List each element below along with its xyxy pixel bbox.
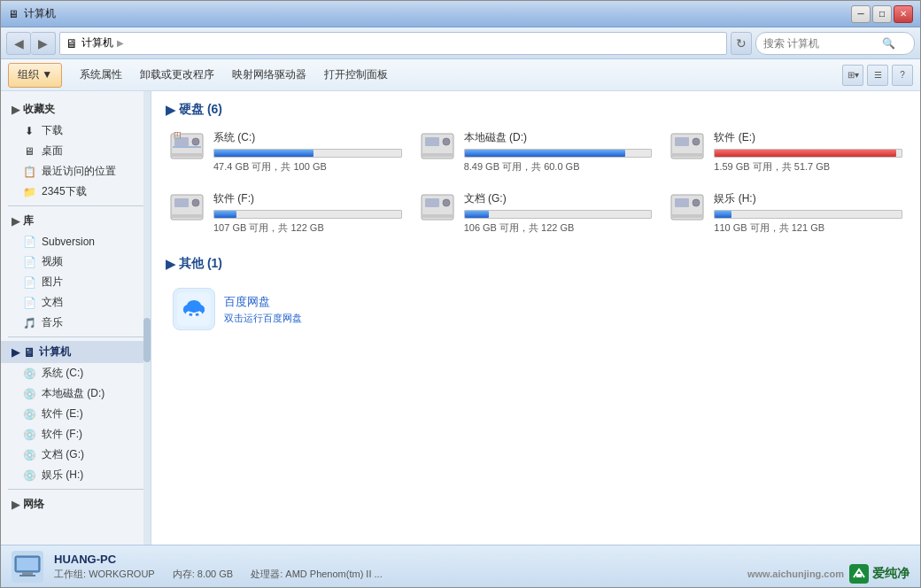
- drive-card-d[interactable]: 本地磁盘 (D:) 8.49 GB 可用，共 60.0 GB: [416, 127, 656, 177]
- memory-info: 内存: 8.00 GB: [173, 568, 233, 581]
- sidebar-item-documents[interactable]: 📄 文档: [1, 292, 151, 313]
- window-title-icon: 🖥: [8, 8, 19, 20]
- baidu-desc: 双击运行百度网盘: [224, 312, 302, 325]
- drive-card-f[interactable]: 软件 (F:) 107 GB 可用，共 122 GB: [166, 188, 406, 238]
- sidebar-item-subversion[interactable]: 📄 Subversion: [1, 232, 151, 251]
- sidebar-item-f[interactable]: 💿 软件 (F:): [1, 424, 151, 445]
- drive-space-h: 110 GB 可用，共 121 GB: [714, 221, 902, 235]
- sidebar-network-header[interactable]: ▶ 网络: [1, 493, 151, 515]
- refresh-button[interactable]: ↻: [731, 32, 752, 55]
- sidebar-item-h[interactable]: 💿 娱乐 (H:): [1, 465, 151, 485]
- folder-2345-icon: 📁: [22, 185, 36, 199]
- map-drive-button[interactable]: 映射网络驱动器: [232, 64, 306, 86]
- sidebar-item-recent[interactable]: 📋 最近访问的位置: [1, 161, 151, 182]
- workgroup-info: 工作组: WORKGROUP: [54, 568, 155, 581]
- details-view-button[interactable]: ☰: [867, 65, 888, 86]
- svg-rect-19: [425, 198, 439, 207]
- svg-rect-40: [856, 574, 862, 577]
- progress-bar-bg-c: [213, 149, 402, 158]
- drive-space-f: 107 GB 可用，共 122 GB: [213, 221, 402, 235]
- main-window: 🖥 计算机 ─ □ ✕ ◀ ▶ 🖥 计算机 ▶ ↻ 🔍 组织 ▼ 系统属性: [0, 0, 921, 588]
- documents-icon: 📄: [22, 296, 36, 310]
- sidebar-library-header[interactable]: ▶ 库: [1, 210, 151, 232]
- sys-props-button[interactable]: 系统属性: [80, 64, 122, 86]
- drive-space-e: 1.59 GB 可用，共 51.7 GB: [714, 160, 902, 174]
- address-path[interactable]: 🖥 计算机 ▶: [59, 32, 727, 55]
- search-box: 🔍: [755, 32, 915, 55]
- minimize-button[interactable]: ─: [851, 5, 871, 23]
- organize-label: 组织 ▼: [18, 67, 52, 82]
- drive-card-g[interactable]: 文档 (G:) 106 GB 可用，共 122 GB: [416, 188, 656, 238]
- baidu-name: 百度网盘: [224, 294, 302, 310]
- close-button[interactable]: ✕: [894, 5, 913, 23]
- other-section-header: ▶ 其他 (1): [166, 256, 906, 272]
- maximize-button[interactable]: □: [872, 5, 892, 23]
- sidebar-item-g[interactable]: 💿 文档 (G:): [1, 445, 151, 465]
- sidebar-item-documents-label: 文档: [42, 295, 63, 310]
- sidebar-scrollbar[interactable]: [143, 91, 151, 545]
- sidebar-item-download[interactable]: ⬇ 下载: [1, 120, 151, 141]
- disk-d-icon: 💿: [22, 387, 36, 401]
- computer-triangle-icon: ▶: [12, 346, 19, 359]
- progress-bar-bg-f: [213, 210, 402, 219]
- disk-g-icon: 💿: [22, 448, 36, 462]
- baidu-card[interactable]: 百度网盘 双击运行百度网盘: [166, 281, 343, 337]
- uninstall-button[interactable]: 卸载或更改程序: [140, 64, 214, 86]
- recent-icon: 📋: [22, 165, 36, 179]
- nav-buttons: ◀ ▶: [6, 32, 56, 55]
- svg-point-32: [192, 313, 196, 317]
- sidebar-item-c[interactable]: 💿 系统 (C:): [1, 363, 151, 383]
- progress-bar-fill-c: [214, 150, 313, 157]
- help-button[interactable]: ?: [892, 65, 913, 86]
- search-icon: 🔍: [882, 37, 895, 50]
- control-panel-button[interactable]: 打开控制面板: [324, 64, 388, 86]
- sidebar-item-music[interactable]: 🎵 音乐: [1, 313, 151, 333]
- drive-card-c[interactable]: 🪟 系统 (C:) 47.4 GB 可用，共 100 GB: [166, 127, 406, 177]
- search-input[interactable]: [763, 37, 878, 50]
- sidebar-divider-2: [8, 337, 143, 337]
- drive-icon-c: 🪟: [169, 130, 205, 162]
- svg-point-24: [693, 199, 700, 206]
- sidebar-divider-3: [8, 489, 143, 490]
- svg-rect-13: [671, 153, 703, 157]
- drive-space-d: 8.49 GB 可用，共 60.0 GB: [464, 160, 653, 174]
- title-bar-controls: ─ □ ✕: [851, 5, 913, 23]
- drive-icon-e: [669, 130, 705, 162]
- sidebar-computer-header[interactable]: ▶ 🖥 计算机: [1, 341, 151, 363]
- sidebar-network-label: 网络: [23, 497, 44, 512]
- cpu-info: 处理器: AMD Phenom(tm) II ...: [251, 568, 383, 581]
- watermark-brand: 爱纯净: [849, 564, 909, 584]
- svg-rect-23: [675, 198, 689, 207]
- sidebar-item-download-label: 下载: [42, 123, 63, 138]
- sidebar-favorites: ▶ 收藏夹 ⬇ 下载 🖥 桌面 📋 最近访问的位置 📁 2345下载: [1, 98, 151, 202]
- sidebar-item-f-label: 软件 (F:): [42, 427, 82, 442]
- brand-name: 爱纯净: [872, 566, 909, 582]
- sidebar-item-recent-label: 最近访问的位置: [42, 164, 116, 179]
- sidebar-favorites-header[interactable]: ▶ 收藏夹: [1, 98, 151, 120]
- sidebar-item-e[interactable]: 💿 软件 (E:): [1, 404, 151, 424]
- forward-button[interactable]: ▶: [31, 32, 56, 55]
- back-button[interactable]: ◀: [6, 32, 31, 55]
- disk-c-icon: 💿: [22, 367, 36, 381]
- sidebar-item-desktop[interactable]: 🖥 桌面: [1, 141, 151, 161]
- sidebar-item-d[interactable]: 💿 本地磁盘 (D:): [1, 383, 151, 404]
- view-options-button[interactable]: ⊞▾: [842, 65, 863, 86]
- progress-bar-bg-g: [464, 210, 653, 219]
- svg-rect-25: [671, 214, 703, 218]
- computer-status-icon: [12, 551, 43, 583]
- other-triangle-icon: ▶: [166, 257, 175, 271]
- sidebar-item-2345[interactable]: 📁 2345下载: [1, 182, 151, 202]
- subversion-icon: 📄: [22, 235, 36, 249]
- organize-button[interactable]: 组织 ▼: [8, 63, 62, 88]
- progress-bar-bg-e: [714, 149, 902, 158]
- disk-e-icon: 💿: [22, 407, 36, 422]
- progress-bar-fill-f: [214, 211, 236, 218]
- toolbar-right: ⊞▾ ☰ ?: [842, 65, 913, 86]
- drive-card-e[interactable]: 软件 (E:) 1.59 GB 可用，共 51.7 GB: [666, 127, 906, 177]
- svg-rect-11: [675, 137, 689, 146]
- sidebar-item-video[interactable]: 📄 视频: [1, 251, 151, 272]
- drive-card-h[interactable]: 娱乐 (H:) 110 GB 可用，共 121 GB: [666, 188, 906, 238]
- disk-svg-h: [669, 191, 705, 223]
- sidebar-item-pictures[interactable]: 📄 图片: [1, 272, 151, 292]
- download-icon: ⬇: [22, 124, 36, 138]
